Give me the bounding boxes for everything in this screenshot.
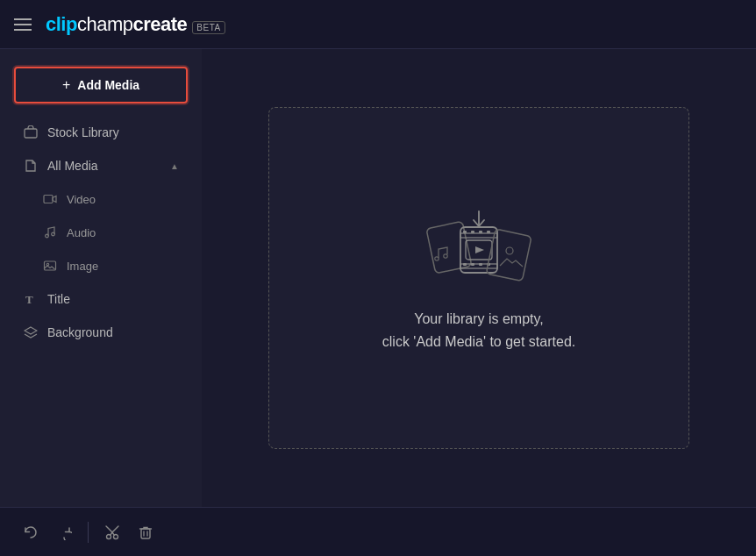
logo-clip: clip <box>46 13 77 36</box>
empty-library-text: Your library is empty, click 'Add Media'… <box>382 308 575 353</box>
sidebar-item-stock-library[interactable]: Stock Library <box>14 118 188 147</box>
svg-rect-19 <box>479 263 482 266</box>
svg-point-23 <box>506 247 513 254</box>
svg-rect-1 <box>44 196 53 203</box>
add-media-button[interactable]: + Add Media <box>14 67 188 103</box>
svg-rect-17 <box>463 263 467 266</box>
hamburger-menu-icon[interactable] <box>14 18 32 31</box>
sidebar-label-title: Title <box>47 292 70 306</box>
cut-icon <box>104 524 120 540</box>
sidebar-label-all-media: All Media <box>47 159 98 173</box>
svg-rect-18 <box>471 263 474 266</box>
title-icon: T <box>23 291 39 307</box>
undo-button[interactable] <box>18 519 44 545</box>
sidebar-item-audio[interactable]: Audio <box>14 217 188 247</box>
svg-point-9 <box>444 254 447 258</box>
svg-rect-16 <box>487 231 490 233</box>
logo-beta-badge: BETA <box>192 21 225 34</box>
empty-text-line1: Your library is empty, <box>382 308 575 331</box>
library-empty-panel: Your library is empty, click 'Add Media'… <box>268 107 689 449</box>
sidebar-item-image[interactable]: Image <box>14 251 188 281</box>
sidebar-item-background[interactable]: Background <box>14 317 188 347</box>
logo-champ: champ <box>77 13 133 36</box>
svg-rect-26 <box>141 529 150 538</box>
delete-button[interactable] <box>132 519 159 545</box>
svg-rect-13 <box>463 231 467 233</box>
svg-point-8 <box>435 257 439 260</box>
sidebar-label-audio: Audio <box>67 226 96 239</box>
add-media-label: Add Media <box>77 78 139 92</box>
image-icon <box>42 258 58 274</box>
sidebar-label-background: Background <box>47 325 113 339</box>
sidebar-item-video[interactable]: Video <box>14 184 188 214</box>
sidebar-label-video: Video <box>67 193 96 206</box>
toolbar-divider <box>88 522 89 543</box>
empty-library-illustration <box>417 203 540 290</box>
svg-text:T: T <box>25 293 33 306</box>
main-content: + Add Media Stock Library All Media <box>0 49 756 507</box>
content-area: Your library is empty, click 'Add Media'… <box>202 49 756 507</box>
redo-button[interactable] <box>51 519 77 545</box>
svg-rect-15 <box>479 231 482 233</box>
svg-point-2 <box>46 234 49 238</box>
sidebar: + Add Media Stock Library All Media <box>0 49 202 507</box>
svg-rect-0 <box>25 129 37 138</box>
bottom-toolbar <box>0 507 756 556</box>
undo-icon <box>23 524 39 540</box>
cut-button[interactable] <box>99 519 125 545</box>
svg-point-3 <box>52 232 55 236</box>
file-icon <box>23 158 39 174</box>
video-icon <box>42 191 58 207</box>
plus-icon: + <box>62 77 70 93</box>
logo-create: create <box>132 13 187 36</box>
redo-icon <box>56 524 72 540</box>
empty-text-line2: click 'Add Media' to get started. <box>382 331 575 353</box>
stock-icon <box>23 125 39 140</box>
trash-icon <box>138 524 153 540</box>
chevron-up-icon: ▲ <box>170 161 179 171</box>
sidebar-label-image: Image <box>67 260 98 273</box>
svg-rect-14 <box>471 231 474 233</box>
sidebar-item-title[interactable]: T Title <box>14 284 188 314</box>
sidebar-label-stock-library: Stock Library <box>47 125 119 139</box>
music-icon <box>42 225 58 240</box>
svg-point-5 <box>46 263 48 265</box>
app-logo: clipchampcreate BETA <box>46 13 225 36</box>
sidebar-item-all-media[interactable]: All Media ▲ <box>14 151 188 181</box>
layers-icon <box>23 324 39 340</box>
app-header: clipchampcreate BETA <box>0 0 756 49</box>
